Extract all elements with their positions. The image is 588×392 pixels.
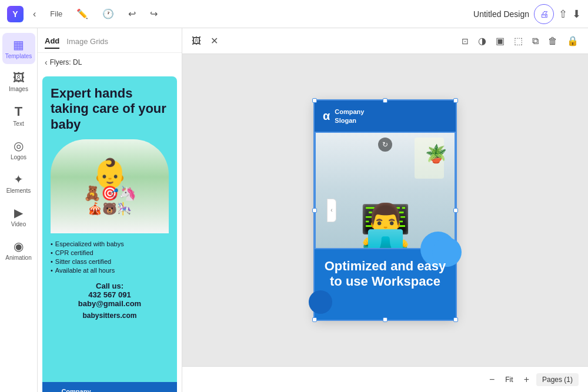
template-headline: Expert hands taking care of your baby <box>51 86 169 132</box>
selection-handle-ml[interactable] <box>312 208 317 213</box>
bullet-4: •Available at all hours <box>51 267 169 274</box>
sidebar-item-video[interactable]: ▶ Video <box>2 201 35 232</box>
template-contact: Call us: 432 567 091 baby@gmail.com <box>51 282 169 308</box>
document-title: Untitled Design <box>473 9 529 19</box>
zoom-minus-button[interactable]: − <box>487 372 497 387</box>
crop-button[interactable]: ⊡ <box>458 34 472 48</box>
contrast-button[interactable]: ◑ <box>475 33 490 49</box>
redo-button[interactable]: ↪ <box>145 6 162 22</box>
design-bottom: Optimized and easy to use Workspace <box>315 249 456 320</box>
selection-handle-bl[interactable] <box>312 317 317 322</box>
canvas-toolbar-right: ⊡ ◑ ▣ ⬚ ⧉ 🗑 🔒 <box>458 33 582 49</box>
back-icon[interactable]: ‹ <box>45 58 48 67</box>
breadcrumb-path: Flyers: DL <box>50 58 82 66</box>
file-menu-button[interactable]: File <box>45 7 67 21</box>
animation-icon: ◉ <box>14 239 24 253</box>
back-button[interactable]: ‹ <box>28 6 41 22</box>
tab-image-grids[interactable]: Image Grids <box>66 35 108 48</box>
duplicate-button[interactable]: ⧉ <box>529 33 542 49</box>
zoom-plus-button[interactable]: + <box>522 372 532 387</box>
bullet-3: •Sitter class certified <box>51 258 169 265</box>
canvas-toolbar-left: 🖼 ✕ <box>188 33 222 49</box>
frame-select-button[interactable]: ▣ <box>492 33 508 49</box>
selection-handle-bm[interactable] <box>383 317 387 322</box>
template-image-area: 👶 🧸🎯🦄 🎪🐻🎠 <box>51 139 169 233</box>
design-logo-icon: α <box>323 109 330 123</box>
video-icon: ▶ <box>14 206 23 220</box>
images-icon: 🖼 <box>13 71 25 85</box>
selection-handle-tm[interactable] <box>383 98 387 103</box>
footer-logo-icon: α <box>51 388 56 392</box>
template-bullets: •Especialized with babys •CPR certified … <box>51 240 169 276</box>
share-button[interactable]: ⇧ <box>559 8 567 21</box>
history-button[interactable]: 🕐 <box>98 6 119 22</box>
panel-content[interactable]: Expert hands taking care of your baby 👶 … <box>38 72 182 392</box>
selection-handle-tr[interactable] <box>453 98 458 103</box>
template-card[interactable]: Expert hands taking care of your baby 👶 … <box>42 76 177 392</box>
main-layout: ▦ Templates 🖼 Images T Text ◎ Logos ✦ El… <box>0 28 588 392</box>
panel-collapse-handle[interactable]: ‹ <box>327 199 336 222</box>
bullet-1: •Especialized with babys <box>51 240 169 247</box>
logos-icon: ◎ <box>14 139 24 153</box>
zoom-fit-label: Fit <box>502 374 516 385</box>
template-inner: Expert hands taking care of your baby 👶 … <box>42 76 177 382</box>
template-image-placeholder: 👶 🧸🎯🦄 🎪🐻🎠 <box>51 139 169 233</box>
breadcrumb: ‹ Flyers: DL <box>38 53 182 72</box>
canvas-toolbar: 🖼 ✕ ⊡ ◑ ▣ ⬚ ⧉ 🗑 🔒 <box>182 28 588 54</box>
sidebar-item-elements[interactable]: ✦ Elements <box>2 167 35 199</box>
template-footer: α Company Slogan <box>42 382 177 392</box>
selection-handle-br[interactable] <box>453 317 458 322</box>
sidebar-item-images[interactable]: 🖼 Images <box>2 66 35 97</box>
bullet-2: •CPR certified <box>51 249 169 256</box>
edit-button[interactable]: ✏️ <box>72 6 93 22</box>
topbar-right: 🖨 ⇧ ⬇ <box>534 4 581 24</box>
image-tool-button[interactable]: 🖼 <box>188 33 205 49</box>
rotate-handle[interactable]: ↻ <box>378 138 392 152</box>
delete-button[interactable]: 🗑 <box>544 33 561 49</box>
canvas-area: 🖼 ✕ ⊡ ◑ ▣ ⬚ ⧉ 🗑 🔒 ‹ <box>182 28 588 392</box>
icon-sidebar: ▦ Templates 🖼 Images T Text ◎ Logos ✦ El… <box>0 28 38 392</box>
undo-button[interactable]: ↩ <box>123 6 141 22</box>
sidebar-item-text[interactable]: T Text <box>2 99 35 132</box>
panel-header: Add Image Grids <box>38 28 182 53</box>
lock-button[interactable]: 🔒 <box>563 33 582 49</box>
templates-panel: Add Image Grids ‹ Flyers: DL Expert hand… <box>38 28 182 392</box>
tab-add[interactable]: Add <box>45 34 59 49</box>
download-button[interactable]: ⬇ <box>572 8 581 21</box>
templates-icon: ▦ <box>13 38 24 52</box>
sidebar-item-animation[interactable]: ◉ Animation <box>2 234 35 266</box>
design-header: α Company Slogan <box>315 100 456 132</box>
sidebar-item-templates[interactable]: ▦ Templates <box>2 33 35 64</box>
footer-company-info: Company Slogan <box>61 388 91 392</box>
bottom-bar: − Fit + Pages (1) <box>182 366 588 392</box>
flip-button[interactable]: ⬚ <box>510 33 526 49</box>
pages-badge: Pages (1) <box>536 373 579 386</box>
design-company-info: Company Slogan <box>335 108 364 125</box>
elements-icon: ✦ <box>14 172 24 186</box>
sidebar-item-logos[interactable]: ◎ Logos <box>2 134 35 165</box>
app-logo: Y <box>7 6 24 22</box>
topbar: Y ‹ File ✏️ 🕐 ↩ ↪ Untitled Design 🖨 ⇧ ⬇ <box>0 0 588 28</box>
text-icon: T <box>15 104 22 119</box>
close-tool-button[interactable]: ✕ <box>207 33 222 49</box>
print-button[interactable]: 🖨 <box>534 4 554 24</box>
selection-handle-mr[interactable] <box>453 208 458 213</box>
canvas-workspace[interactable]: α Company Slogan <box>182 54 588 366</box>
selection-handle-tl[interactable] <box>312 98 317 103</box>
template-website: babysitters.com <box>51 311 169 320</box>
